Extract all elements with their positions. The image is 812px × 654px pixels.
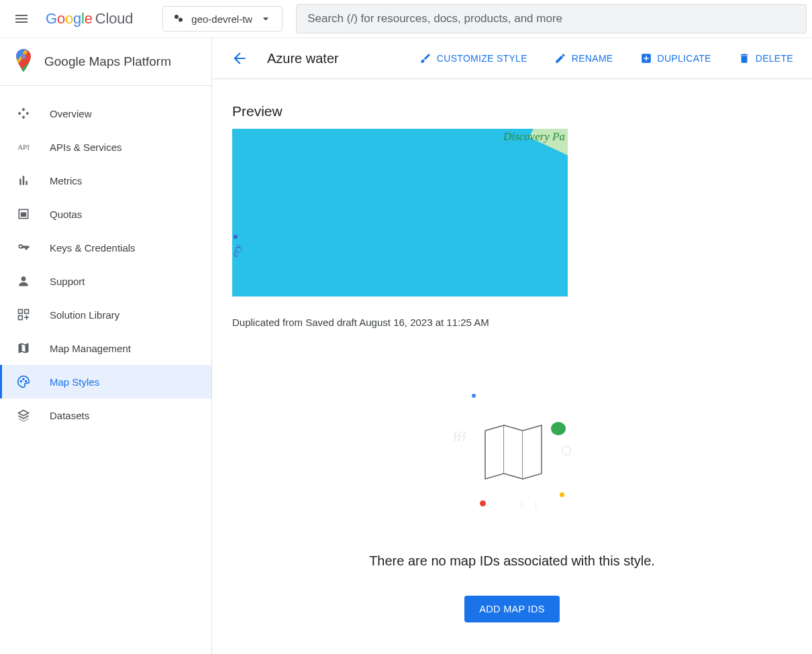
empty-state: ////// There are no map IDs associated w… [232,388,792,622]
delete-button[interactable]: DELETE [738,52,793,64]
sidebar-item-label: Datasets [50,410,89,421]
sidebar-item-overview[interactable]: Overview [0,97,211,130]
sidebar-item-support[interactable]: Support [0,264,211,298]
action-label: CUSTOMIZE STYLE [437,53,527,64]
sidebar-item-label: Support [50,276,85,287]
map-fold-icon [478,419,546,486]
map-dot [234,235,238,239]
sidebar-header: Google Maps Platform [0,38,211,86]
maps-pin-icon [15,49,32,74]
svg-rect-4 [21,213,26,216]
action-buttons: CUSTOMIZE STYLE RENAME DUPLICATE DELETE [419,52,793,64]
svg-point-11 [26,381,27,382]
customize-style-button[interactable]: CUSTOMIZE STYLE [419,52,527,64]
empty-state-illustration: ////// [452,388,572,516]
sidebar-item-label: Map Management [50,343,131,354]
chevron-down-icon [259,12,272,25]
sidebar-title: Google Maps Platform [44,54,171,69]
action-label: DELETE [756,53,793,64]
global-header: Google Cloud geo-devrel-tw [0,0,812,38]
sidebar-item-label: Map Styles [50,376,99,388]
svg-point-10 [23,378,24,380]
sidebar-item-keys[interactable]: Keys & Credentials [0,231,211,264]
trash-icon [738,52,750,64]
sidebar-item-label: Quotas [50,209,82,220]
rename-button[interactable]: RENAME [554,52,613,64]
svg-point-2 [21,54,26,59]
svg-point-9 [20,381,21,382]
search-input[interactable] [307,12,795,25]
sidebar-item-label: Overview [50,108,92,119]
preview-heading: Preview [232,103,792,119]
map-icon [16,341,31,355]
svg-rect-7 [25,310,29,314]
action-label: DUPLICATE [658,53,711,64]
page-header: Azure water CUSTOMIZE STYLE RENAME DUPLI… [212,38,812,79]
svg-point-1 [179,18,183,22]
duplicated-from-text: Duplicated from Saved draft August 16, 2… [232,317,792,328]
api-icon: API [16,143,31,151]
google-cloud-logo[interactable]: Google Cloud [46,10,133,28]
sidebar-item-metrics[interactable]: Metrics [0,164,211,197]
project-selector[interactable]: geo-devrel-tw [162,6,283,32]
sidebar: Google Maps Platform Overview API APIs &… [0,38,212,654]
sidebar-item-quotas[interactable]: Quotas [0,197,211,231]
person-icon [16,274,31,288]
overview-icon [16,107,31,120]
sidebar-item-label: Metrics [50,175,82,186]
map-label-ferry: ery [232,243,244,259]
map-preview: Discovery Pa ery [232,129,568,296]
apps-icon [16,308,31,321]
main-content: Azure water CUSTOMIZE STYLE RENAME DUPLI… [212,38,812,654]
add-map-ids-button[interactable]: ADD MAP IDS [464,596,559,622]
logo-cloud-text: Cloud [95,10,133,28]
sidebar-item-datasets[interactable]: Datasets [0,398,211,432]
palette-icon [16,375,31,388]
main-body: Preview Discovery Pa ery Duplicated from… [212,79,812,647]
svg-rect-6 [19,310,23,314]
sidebar-item-label: Keys & Credentials [50,242,136,254]
edit-icon [554,52,566,64]
brush-icon [419,52,432,64]
project-name: geo-devrel-tw [191,13,252,25]
sidebar-item-apis[interactable]: API APIs & Services [0,130,211,164]
plus-box-icon [640,52,652,64]
sidebar-nav: Overview API APIs & Services Metrics Quo… [0,86,211,432]
svg-point-0 [174,15,179,19]
back-arrow-icon[interactable] [231,50,248,67]
svg-point-5 [21,276,26,281]
sidebar-item-map-management[interactable]: Map Management [0,331,211,365]
map-label-discovery: Discovery Pa [503,130,565,144]
sidebar-item-label: APIs & Services [50,142,122,153]
duplicate-button[interactable]: DUPLICATE [640,52,711,64]
layers-icon [16,408,31,422]
page-title: Azure water [267,51,339,66]
project-icon [172,13,185,25]
empty-state-message: There are no map IDs associated with thi… [369,553,655,569]
metrics-icon [16,174,31,187]
menu-icon[interactable] [5,3,38,35]
sidebar-item-solutions[interactable]: Solution Library [0,298,211,331]
search-box[interactable] [296,4,807,34]
quotas-icon [16,207,31,221]
action-label: RENAME [572,53,613,64]
svg-rect-8 [19,316,23,320]
sidebar-item-label: Solution Library [50,309,119,321]
key-icon [16,241,31,254]
sidebar-item-map-styles[interactable]: Map Styles [0,365,211,398]
